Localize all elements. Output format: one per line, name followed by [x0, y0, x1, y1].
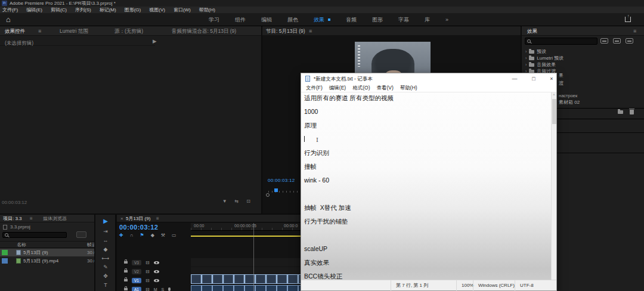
- tab-media-browser[interactable]: 媒体浏览器: [43, 215, 67, 222]
- menu-item-graphics[interactable]: 图形(G): [125, 7, 141, 13]
- partially-hidden-tree-item[interactable]: настроек: [559, 93, 577, 98]
- close-button[interactable]: ×: [545, 73, 558, 84]
- maximize-button[interactable]: □: [527, 73, 540, 84]
- track-target-a1-active[interactable]: A1: [132, 287, 141, 291]
- notepad-menu-view[interactable]: 查看(V): [376, 85, 393, 92]
- workspace-tab-learning[interactable]: 学习: [209, 16, 219, 24]
- tree-item-bin-02[interactable]: 素材箱 02: [559, 99, 580, 106]
- accelerated-effects-badge-icon[interactable]: [600, 38, 608, 44]
- program-playhead-marker[interactable]: [274, 188, 278, 192]
- menu-item-view[interactable]: 视图(V): [149, 7, 165, 13]
- track-lock-icon[interactable]: [124, 288, 128, 290]
- workspace-tab-color[interactable]: 颜色: [287, 16, 298, 24]
- sync-lock-icon[interactable]: ⊟: [145, 278, 150, 283]
- notepad-menu-file[interactable]: 文件(F): [306, 85, 323, 92]
- 32bit-effects-badge-icon[interactable]: [613, 38, 621, 44]
- workspace-tab-editing[interactable]: 编辑: [261, 16, 272, 24]
- effects-tree-item-lumetri-presets[interactable]: › Lumetri 预设: [522, 55, 644, 61]
- workspace-tab-graphics[interactable]: 图形: [372, 16, 383, 24]
- new-bin-icon[interactable]: [618, 110, 623, 114]
- notepad-title-bar[interactable]: *新建文本文档.txt - 记事本 — □ ×: [301, 73, 556, 84]
- timeline-playhead[interactable]: [253, 223, 254, 291]
- loop-icon[interactable]: ⊡: [246, 199, 250, 204]
- insert-overwrite-icon[interactable]: ✚: [119, 233, 123, 238]
- sync-lock-icon[interactable]: ⊟: [145, 287, 150, 291]
- track-select-forward-tool[interactable]: ⇥: [95, 228, 116, 234]
- project-row-clip[interactable]: 5月13日 (9).mp4 30.0: [0, 257, 94, 265]
- search-bin-icon[interactable]: [76, 231, 86, 238]
- scrubber-knob-icon[interactable]: [266, 193, 270, 197]
- notepad-menu-edit[interactable]: 编辑(E): [329, 85, 346, 92]
- tab-effects[interactable]: 效果: [527, 26, 537, 36]
- twirl-chevron-icon[interactable]: ›: [525, 49, 527, 54]
- scrollbar-thumb[interactable]: [552, 99, 556, 124]
- workspace-tab-libraries[interactable]: 库: [425, 16, 430, 24]
- timeline-settings-wrench-icon[interactable]: ⚒: [161, 233, 165, 238]
- clip-label-color-chip[interactable]: [2, 258, 8, 264]
- menu-item-sequence[interactable]: 序列(S): [75, 7, 91, 13]
- menu-item-edit[interactable]: 编辑(E): [26, 7, 42, 13]
- razor-tool[interactable]: ◆: [95, 246, 116, 252]
- track-lock-icon[interactable]: [124, 261, 128, 264]
- selection-tool[interactable]: ▶: [95, 218, 116, 224]
- minimize-button[interactable]: —: [508, 73, 521, 84]
- column-name[interactable]: 名称: [17, 242, 26, 249]
- tab-lumetri-scopes[interactable]: Lumetri 范围: [60, 26, 88, 36]
- type-tool[interactable]: T: [95, 282, 116, 288]
- track-target-v2[interactable]: V2: [132, 269, 141, 274]
- solo-button[interactable]: S: [162, 287, 165, 291]
- tab-sequence[interactable]: 5月13日 (9): [126, 215, 150, 222]
- track-visibility-eye-icon[interactable]: [154, 261, 159, 264]
- mute-button[interactable]: M: [154, 287, 157, 291]
- notepad-scrollbar[interactable]: ˄: [551, 92, 556, 280]
- notepad-text-area[interactable]: 适用所有的赛道 所有类型的视频 1000 原理 行为识别 撞帧 wink - 6…: [301, 92, 556, 280]
- panel-menu-icon[interactable]: ≡: [309, 26, 312, 36]
- delete-icon[interactable]: [630, 110, 634, 114]
- workspace-overflow-chevron[interactable]: »: [445, 17, 448, 23]
- workspace-tab-audio[interactable]: 音频: [346, 16, 357, 24]
- sync-lock-icon[interactable]: ⊟: [145, 260, 150, 265]
- tab-project[interactable]: 项目: 3.3: [3, 215, 22, 222]
- panel-menu-icon[interactable]: ≡: [633, 26, 636, 36]
- add-marker-icon[interactable]: ◆: [151, 233, 154, 238]
- export-icon[interactable]: [625, 17, 631, 22]
- column-frame-rate[interactable]: 帧速: [87, 242, 94, 249]
- tab-source-monitor[interactable]: 源：(无剪辑): [114, 26, 143, 36]
- pen-tool[interactable]: ✎: [95, 264, 116, 270]
- track-target-v3[interactable]: V3: [132, 260, 141, 265]
- workspace-tab-assembly[interactable]: 组件: [235, 16, 246, 24]
- tab-audio-clip-mixer[interactable]: 音频剪辑混合器: 5月13日 (9): [172, 26, 236, 36]
- partially-hidden-tree-item[interactable]: 果: [559, 72, 564, 79]
- menu-item-file[interactable]: 文件(F): [2, 7, 18, 13]
- project-search-box[interactable]: [2, 232, 67, 238]
- menu-item-markers[interactable]: 标记(M): [100, 7, 116, 13]
- slip-tool[interactable]: ⟷: [95, 255, 116, 261]
- effects-tree-item-audio-effects[interactable]: › 音频效果: [522, 61, 644, 68]
- panel-menu-icon[interactable]: ≡: [38, 26, 41, 36]
- partially-hidden-tree-item[interactable]: 渡: [559, 80, 564, 86]
- play-only-icon[interactable]: ⇆: [235, 199, 239, 204]
- ripple-edit-tool[interactable]: ↔: [95, 237, 116, 243]
- menu-item-window[interactable]: 窗口(W): [174, 7, 191, 13]
- hand-tool[interactable]: ✥: [95, 273, 116, 279]
- effects-tree-item-presets[interactable]: › 预设: [522, 48, 644, 55]
- timeline-timecode[interactable]: 00:00:03:12: [119, 224, 158, 231]
- menu-item-help[interactable]: 帮助(H): [199, 7, 215, 13]
- captions-icon[interactable]: ▭: [172, 233, 177, 238]
- track-target-v1-active[interactable]: V1: [132, 278, 141, 283]
- close-icon[interactable]: ×: [120, 215, 123, 222]
- tab-program-monitor[interactable]: 节目: 5月13日 (9): [266, 26, 305, 36]
- home-icon[interactable]: ⌂: [6, 15, 11, 24]
- yuv-effects-badge-icon[interactable]: [626, 38, 633, 44]
- project-row-sequence[interactable]: 5月13日 (9) 30.0: [0, 249, 94, 256]
- project-breadcrumb[interactable]: 3.3.prproj: [3, 224, 30, 230]
- twirl-chevron-icon[interactable]: ›: [525, 63, 527, 67]
- track-lock-icon[interactable]: [124, 270, 128, 273]
- track-lock-icon[interactable]: [124, 279, 128, 281]
- expander-chevron-icon[interactable]: ▶: [153, 36, 157, 46]
- notepad-menu-format[interactable]: 格式(O): [352, 85, 370, 92]
- snap-magnet-icon[interactable]: ∩: [130, 233, 134, 238]
- filter-funnel-icon[interactable]: ▼: [222, 199, 227, 204]
- sync-lock-icon[interactable]: ⊟: [145, 269, 150, 274]
- scroll-up-arrow-icon[interactable]: ˄: [552, 92, 556, 98]
